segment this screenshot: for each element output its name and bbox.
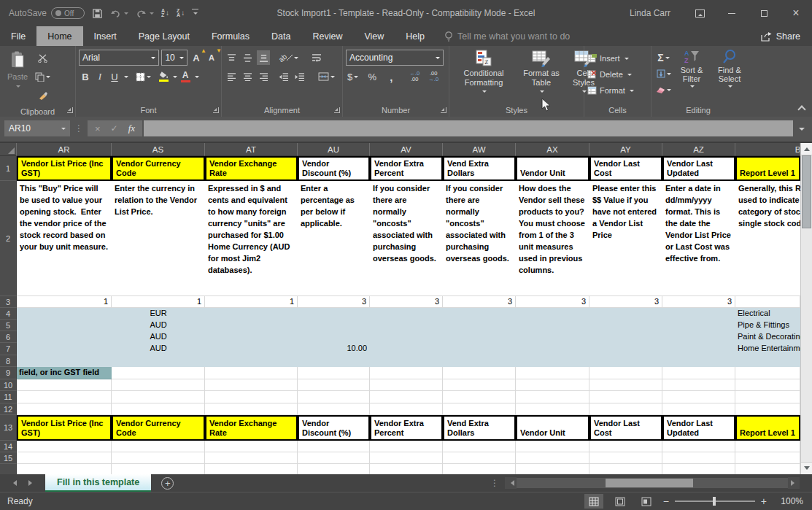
- cell-AW4[interactable]: [443, 308, 516, 320]
- cell-AX3[interactable]: 3: [516, 296, 589, 308]
- tab-splitter[interactable]: ⋮: [484, 478, 505, 488]
- accounting-format-button[interactable]: $: [346, 69, 360, 84]
- cell-AX14[interactable]: [516, 441, 589, 452]
- cell-BA[interactable]: [735, 464, 800, 474]
- cell-AT3[interactable]: 1: [205, 296, 298, 308]
- cell-AY8[interactable]: [589, 355, 662, 367]
- cell-AU12[interactable]: [298, 403, 370, 415]
- cell-AW9[interactable]: [443, 367, 516, 379]
- cell-AX8[interactable]: [516, 355, 589, 367]
- cell-AZ1[interactable]: Vendor Last Updated: [662, 156, 735, 181]
- insert-function-button[interactable]: fx: [128, 123, 135, 134]
- cell-AZ13[interactable]: Vendor Last Updated: [662, 415, 735, 441]
- underline-button[interactable]: U: [108, 69, 121, 84]
- sort-descending-button[interactable]: ZA ↓: [177, 9, 185, 18]
- cell-AX5[interactable]: [516, 320, 589, 331]
- horizontal-scroll-thumb[interactable]: [606, 479, 693, 487]
- cell-AU2[interactable]: Enter a percentage as per below if appli…: [298, 181, 370, 296]
- column-header-AU[interactable]: AU: [298, 143, 370, 156]
- cell-BA10[interactable]: [735, 379, 800, 391]
- cell-AZ6[interactable]: [662, 331, 735, 343]
- cell-AY1[interactable]: Vendor Last Cost: [589, 156, 662, 181]
- cell-AS7[interactable]: AUD: [112, 343, 205, 355]
- cell-AV9[interactable]: [370, 367, 443, 379]
- cell-AW2[interactable]: If you consider there are normally "onco…: [443, 181, 516, 296]
- column-header-AZ[interactable]: AZ: [662, 143, 735, 156]
- horizontal-scrollbar[interactable]: [517, 478, 788, 488]
- cell-AR12[interactable]: [17, 403, 112, 415]
- row-header-4[interactable]: 4: [0, 308, 17, 320]
- cell-AS15[interactable]: [112, 452, 205, 464]
- increase-decimal-button[interactable]: ←.0.00: [408, 69, 421, 84]
- zoom-slider-thumb[interactable]: [713, 497, 716, 506]
- row-header-6[interactable]: 6: [0, 331, 17, 343]
- tab-view[interactable]: View: [353, 26, 395, 46]
- row-header-7[interactable]: 7: [0, 343, 17, 355]
- cell-AW6[interactable]: [443, 331, 516, 343]
- cell-AS1[interactable]: Vendor Currency Code: [112, 156, 205, 181]
- scroll-right-button[interactable]: [788, 477, 800, 489]
- cell-AY7[interactable]: [589, 343, 662, 355]
- cell-AU1[interactable]: Vendor Discount (%): [298, 156, 370, 181]
- vertical-scroll-thumb[interactable]: [802, 155, 811, 228]
- format-painter-button[interactable]: [34, 88, 52, 102]
- cell-AW15[interactable]: [443, 452, 516, 464]
- column-header-BA[interactable]: BA: [735, 143, 800, 156]
- zoom-in-button[interactable]: +: [761, 495, 767, 507]
- share-button[interactable]: Share: [760, 26, 812, 46]
- next-sheet-button[interactable]: [28, 480, 35, 486]
- cell-AZ10[interactable]: [662, 379, 735, 391]
- zoom-out-button[interactable]: −: [663, 495, 669, 507]
- cell-BA5[interactable]: Pipe & Fittings: [735, 320, 800, 331]
- scroll-left-button[interactable]: [505, 477, 517, 489]
- fill-button[interactable]: [654, 66, 673, 81]
- cell-AZ2[interactable]: Enter a date in dd/mm/yyyy format. This …: [662, 181, 735, 296]
- cell-AZ5[interactable]: [662, 320, 735, 331]
- cell-AZ3[interactable]: 3: [662, 296, 735, 308]
- cell-AW[interactable]: [443, 464, 516, 474]
- cell-AU[interactable]: [298, 464, 370, 474]
- cell-AW3[interactable]: 3: [443, 296, 516, 308]
- column-header-AS[interactable]: AS: [112, 143, 205, 156]
- cell-AV12[interactable]: [370, 403, 443, 415]
- cell-BA14[interactable]: [735, 441, 800, 452]
- cell-AR4[interactable]: [17, 308, 112, 320]
- cell-BA9[interactable]: [735, 367, 800, 379]
- sort-filter-button[interactable]: AZ Sort & Filter: [673, 48, 711, 97]
- font-dialog-launcher[interactable]: [213, 107, 219, 113]
- merge-center-button[interactable]: [317, 69, 336, 84]
- cell-AX6[interactable]: [516, 331, 589, 343]
- cell-AS5[interactable]: AUD: [112, 320, 205, 331]
- clear-button[interactable]: [654, 82, 673, 97]
- cell-AY[interactable]: [589, 464, 662, 474]
- borders-button[interactable]: [134, 69, 152, 84]
- cell-AY10[interactable]: [589, 379, 662, 391]
- cell-AZ11[interactable]: [662, 391, 735, 403]
- cell-AV8[interactable]: [370, 355, 443, 367]
- cell-BA3[interactable]: [735, 296, 800, 308]
- row-header-1[interactable]: 1: [0, 156, 17, 181]
- cell-AT10[interactable]: [205, 379, 298, 391]
- cell-AX10[interactable]: [516, 379, 589, 391]
- delete-cells-button[interactable]: Delete: [587, 68, 648, 81]
- cell-AS9[interactable]: [112, 367, 205, 379]
- collapse-ribbon-button[interactable]: [797, 105, 805, 113]
- tab-home[interactable]: Home: [36, 26, 82, 46]
- column-header-AX[interactable]: AX: [516, 143, 589, 156]
- row-header-13[interactable]: 13: [0, 415, 17, 441]
- cell-AT8[interactable]: [205, 355, 298, 367]
- cell-AW14[interactable]: [443, 441, 516, 452]
- maximize-button[interactable]: [748, 0, 780, 26]
- cell-AZ8[interactable]: [662, 355, 735, 367]
- cell-BA4[interactable]: Electrical: [735, 308, 800, 320]
- cell-AZ4[interactable]: [662, 308, 735, 320]
- conditional-formatting-button[interactable]: ≠ Conditional Formatting: [452, 48, 515, 95]
- cell-AV13[interactable]: Vendor Extra Percent: [370, 415, 443, 441]
- close-button[interactable]: ×: [780, 0, 812, 26]
- name-box-splitter[interactable]: ⋮: [70, 123, 88, 134]
- cell-AU3[interactable]: 3: [298, 296, 370, 308]
- cell-AV11[interactable]: [370, 391, 443, 403]
- formula-input[interactable]: [144, 120, 793, 136]
- clipboard-dialog-launcher[interactable]: [67, 107, 73, 113]
- customize-quick-access-button[interactable]: [192, 9, 198, 18]
